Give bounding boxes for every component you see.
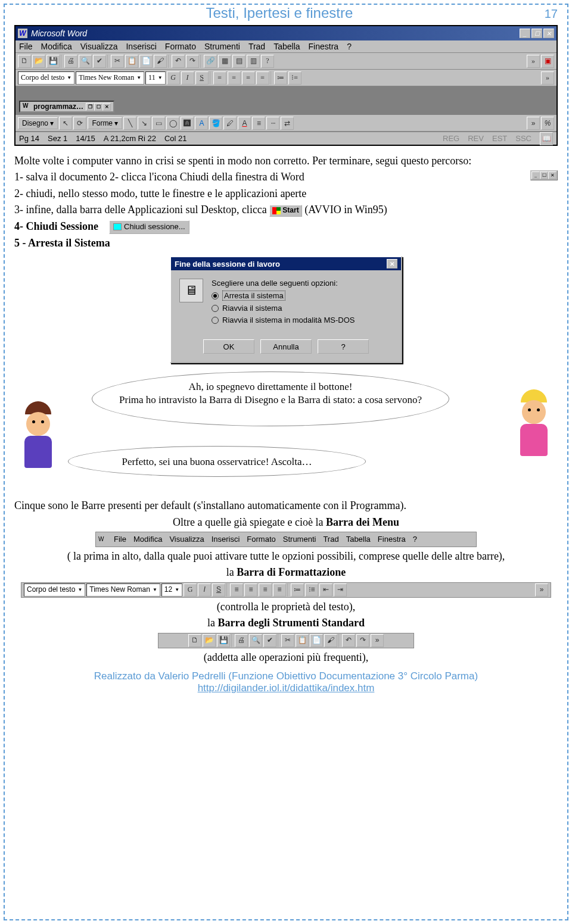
status-rev: REV bbox=[468, 134, 484, 143]
menu-item: Finestra bbox=[309, 42, 339, 51]
shutdown-session-button-illustration: Chiudi sessione... bbox=[109, 220, 189, 234]
menu-item: Modifica bbox=[133, 535, 162, 545]
shutdown-dialog: Fine della sessione di lavoro ✕ 🖥 Scegli… bbox=[170, 256, 402, 363]
menu-item: Tabella bbox=[346, 535, 371, 545]
font-color-icon: A bbox=[238, 117, 251, 130]
more-icon: » bbox=[535, 583, 548, 597]
step-4: 4- Chiudi Sessione bbox=[14, 220, 98, 232]
numbering-icon: ≔ bbox=[274, 71, 287, 85]
document-area: W programmaz… ❐ ☐ ✕ bbox=[15, 86, 557, 115]
menu-item: Finestra bbox=[378, 535, 406, 545]
standard-toolbar: 🗋 📂 💾 🖨 🔍 ✔ ✂ 📋 📄 🖌 ↶ ↷ 🔗 ▦ ▤ ▥ ? » ▣ bbox=[15, 53, 557, 70]
dialog-title: Fine della sessione di lavoro bbox=[175, 260, 280, 269]
redo-icon: ↷ bbox=[356, 634, 369, 647]
drawing-toolbar: Disegno ▾ ↖ ⟳ Forme ▾ ╲ ↘ ▭ ◯ 🅰 A 🪣 🖊 A … bbox=[15, 115, 557, 132]
bullets-icon: ⁝≡ bbox=[305, 583, 318, 597]
radio-restart-dos: Riavvia il sistema in modalità MS-DOS bbox=[212, 316, 393, 324]
window-controls-illustration: _ ☐ ✕ bbox=[530, 170, 558, 180]
save-icon: 💾 bbox=[217, 634, 230, 647]
menu-item: ? bbox=[347, 42, 352, 51]
print-icon: 🖨 bbox=[235, 634, 248, 647]
menu-item: Trad bbox=[248, 42, 265, 51]
align-right-icon: ≡ bbox=[242, 71, 255, 85]
bullets-icon: ⁝≡ bbox=[288, 71, 301, 85]
dialog-prompt: Scegliere una delle seguenti opzioni: bbox=[212, 279, 393, 288]
align-left-icon: ≡ bbox=[230, 583, 243, 597]
dash-icon: ┄ bbox=[266, 117, 279, 130]
word-window-screenshot: W Microsoft Word _ ☐ ✕ File Modifica Vis… bbox=[14, 25, 558, 146]
more-icon: » bbox=[541, 71, 554, 85]
intro-text: Molte volte i computer vanno in crisi se… bbox=[14, 154, 558, 168]
more-icon: » bbox=[527, 117, 540, 130]
start-button-illustration: Start bbox=[269, 205, 301, 217]
status-ssc: SSC bbox=[515, 134, 531, 143]
formatting-toolbar: Corpo del testo▼ Times New Roman▼ 11▼ G … bbox=[15, 70, 557, 86]
ok-button: OK bbox=[203, 339, 254, 354]
menu-item: Visualizza bbox=[80, 42, 118, 51]
cut-icon: ✂ bbox=[281, 634, 294, 647]
bold-icon: G bbox=[184, 583, 197, 597]
rect-icon: ▭ bbox=[152, 117, 165, 130]
close-icon: ✕ bbox=[102, 103, 111, 111]
paste-icon: 📄 bbox=[310, 634, 323, 647]
footer-link[interactable]: http://digilander.iol.it/didattika/index… bbox=[198, 682, 375, 694]
status-reg: REG bbox=[443, 134, 459, 143]
menu-item: Strumenti bbox=[204, 42, 240, 51]
save-icon: 💾 bbox=[46, 55, 60, 68]
fill-icon: 🪣 bbox=[209, 117, 222, 130]
maximize-icon: ☐ bbox=[94, 103, 102, 111]
step-5: 5 - Arresta il Sistema bbox=[14, 237, 110, 249]
radio-shutdown: Arresta il sistema bbox=[212, 291, 393, 301]
close-icon: ✕ bbox=[543, 29, 554, 38]
menu-item: Formato bbox=[247, 535, 275, 545]
font-combo: Times New Roman▼ bbox=[76, 71, 144, 85]
close-icon: ✕ bbox=[548, 171, 557, 179]
computer-icon: 🖥 bbox=[179, 279, 203, 302]
excel-icon: ▤ bbox=[232, 55, 245, 68]
menu-item: Strumenti bbox=[283, 535, 316, 545]
bold-icon: G bbox=[167, 71, 180, 85]
status-page-of: 14/15 bbox=[76, 134, 95, 143]
menu-item: Inserisci bbox=[126, 42, 156, 51]
menu-item: Inserisci bbox=[212, 535, 240, 545]
new-icon: 🗋 bbox=[188, 634, 201, 647]
paste-icon: 📄 bbox=[139, 55, 153, 68]
barra-std-label: Barra degli Strumenti Standard bbox=[217, 617, 365, 629]
align-center-icon: ≡ bbox=[228, 71, 241, 85]
italic-icon: I bbox=[198, 583, 211, 597]
menu-item: Visualizza bbox=[169, 535, 204, 545]
open-icon: 📂 bbox=[203, 634, 216, 647]
underline-icon: S bbox=[212, 583, 225, 597]
window-title: Microsoft Word bbox=[31, 29, 87, 38]
shapes-menu: Forme ▾ bbox=[88, 117, 122, 129]
step-2: 2- chiudi, nello stesso modo, tutte le f… bbox=[14, 187, 558, 201]
numbering-icon: ≔ bbox=[291, 583, 304, 597]
table-icon: ▦ bbox=[218, 55, 231, 68]
page-number: 17 bbox=[545, 7, 558, 21]
text: la bbox=[226, 566, 237, 578]
menu-item: Tabella bbox=[273, 42, 300, 51]
arrow-icon: ↘ bbox=[138, 117, 151, 130]
size-combo: 12▼ bbox=[161, 583, 182, 597]
indent-icon: ⇥ bbox=[334, 583, 347, 597]
wordart-icon: A bbox=[195, 117, 208, 130]
text: Oltre a quelle già spiegate e cioè la bbox=[173, 516, 326, 528]
line-icon: ╲ bbox=[123, 117, 136, 130]
status-ruler: A 21,2cm Ri 22 bbox=[104, 134, 156, 143]
format-painter-icon: 🖌 bbox=[324, 634, 337, 647]
pdf-icon: ▣ bbox=[541, 55, 554, 68]
undo-icon: ↶ bbox=[172, 55, 185, 68]
draw-menu: Disegno ▾ bbox=[18, 117, 58, 129]
character-woman-right bbox=[504, 389, 564, 473]
word-icon: W bbox=[23, 102, 31, 111]
radio-restart: Riavvia il sistema bbox=[212, 304, 393, 313]
percent-icon: % bbox=[541, 117, 554, 130]
menu-item: File bbox=[114, 535, 126, 545]
select-icon: ↖ bbox=[59, 117, 72, 130]
font-combo: Times New Roman▼ bbox=[86, 583, 160, 597]
maximize-icon: ☐ bbox=[531, 29, 542, 38]
barra-menu-desc: ( la prima in alto, dalla quale puoi att… bbox=[14, 550, 558, 563]
speech-bubble-1: Ah, io spegnevo direttamente il bottone!… bbox=[92, 372, 449, 426]
maximize-icon: ☐ bbox=[540, 171, 548, 179]
arrow-style-icon: ⇄ bbox=[281, 117, 294, 130]
